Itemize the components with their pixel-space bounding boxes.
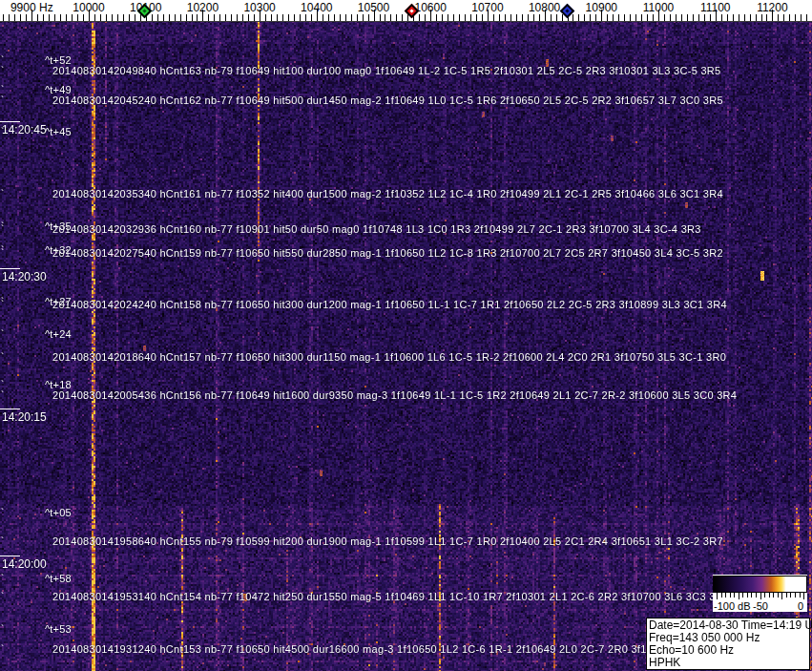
detection-data-line: 20140830142018640 hCnt157 nb-77 f10650 h… bbox=[52, 351, 726, 363]
minor-tick bbox=[169, 14, 170, 21]
left-edge-mark: ` bbox=[1, 127, 4, 137]
status-info-box: Date=2014-08-30 Time=14:19 UTC Freq=143 … bbox=[646, 618, 810, 670]
minor-tick bbox=[129, 14, 130, 21]
db-tick bbox=[730, 593, 731, 598]
minor-tick bbox=[186, 14, 187, 21]
minor-tick bbox=[476, 14, 477, 21]
db-tick bbox=[747, 593, 748, 598]
minor-tick bbox=[493, 14, 494, 21]
minor-tick bbox=[277, 14, 278, 21]
minor-tick bbox=[197, 14, 198, 21]
frequency-label: 11100 bbox=[700, 1, 731, 14]
minor-tick bbox=[396, 14, 397, 21]
time-label: 14:20:45 bbox=[2, 123, 47, 136]
minor-tick bbox=[49, 14, 50, 21]
db-tick bbox=[800, 593, 801, 598]
left-edge-mark: ` bbox=[1, 592, 4, 602]
minor-tick bbox=[653, 14, 654, 21]
db-tick bbox=[739, 593, 739, 599]
minor-tick bbox=[761, 14, 762, 21]
left-edge-mark: ` bbox=[1, 329, 4, 340]
minor-tick bbox=[14, 14, 15, 21]
event-time-marker: ^t+49 bbox=[45, 84, 72, 95]
db-tick bbox=[734, 593, 735, 598]
frequency-label: 9900 Hz bbox=[10, 1, 53, 14]
minor-tick bbox=[676, 14, 677, 21]
minor-tick bbox=[681, 14, 682, 21]
minor-tick bbox=[117, 14, 118, 21]
event-time-marker: ^t+45 bbox=[45, 126, 72, 137]
meteor-spectrogram-screen: 9900 Hz100001010010200103001040010500106… bbox=[0, 0, 812, 671]
frequency-label: 11200 bbox=[757, 1, 787, 14]
minor-tick bbox=[271, 14, 272, 21]
frequency-label: 10400 bbox=[301, 1, 332, 14]
minor-tick bbox=[647, 14, 648, 21]
color-gradient-bar bbox=[713, 576, 807, 593]
minor-tick bbox=[635, 14, 636, 21]
left-edge-mark: ` bbox=[1, 508, 4, 518]
minor-tick bbox=[584, 14, 585, 21]
left-edge-mark: ` bbox=[1, 644, 4, 655]
minor-tick bbox=[112, 14, 113, 21]
minor-tick bbox=[756, 14, 757, 21]
minor-tick bbox=[573, 14, 573, 21]
frequency-label: 10000 bbox=[73, 1, 104, 14]
minor-tick bbox=[231, 14, 232, 21]
frequency-label: 10800 bbox=[529, 1, 560, 14]
minor-tick bbox=[357, 14, 358, 21]
event-time-marker: ^t+27 bbox=[45, 296, 72, 307]
minor-tick bbox=[499, 14, 500, 21]
detection-data-line: 20140830142035340 hCnt161 nb-77 f10352 h… bbox=[52, 188, 723, 199]
left-edge-mark: ` bbox=[1, 574, 4, 584]
minor-tick bbox=[624, 14, 625, 21]
minor-tick bbox=[789, 14, 790, 21]
minor-tick bbox=[345, 14, 346, 21]
minor-tick bbox=[248, 14, 249, 21]
minor-tick bbox=[282, 14, 283, 21]
minor-tick bbox=[323, 14, 323, 21]
left-edge-mark: ` bbox=[1, 300, 4, 310]
event-time-marker: ^t+35 bbox=[45, 220, 72, 232]
minor-tick bbox=[180, 14, 181, 21]
minor-tick bbox=[595, 14, 596, 21]
frequency-label: 10600 bbox=[415, 1, 447, 14]
minor-tick bbox=[208, 14, 209, 21]
minor-tick bbox=[733, 14, 734, 21]
minor-tick bbox=[368, 14, 369, 21]
detection-data-line: 20140830141958640 hCnt155 nb-79 f10599 h… bbox=[52, 535, 723, 547]
db-tick bbox=[742, 593, 743, 598]
detection-data-line: 20140830142032936 hCnt160 nb-77 f10901 h… bbox=[52, 223, 701, 235]
minor-tick bbox=[766, 14, 767, 21]
minor-tick bbox=[739, 14, 739, 21]
db-tick bbox=[769, 593, 770, 598]
minor-tick bbox=[698, 14, 699, 21]
minor-tick bbox=[9, 14, 10, 21]
minor-tick bbox=[3, 14, 4, 21]
left-edge-mark: ` bbox=[1, 248, 4, 259]
db-label-max: 0 bbox=[798, 600, 803, 612]
db-tick bbox=[764, 593, 765, 598]
frequency-label: 11000 bbox=[643, 1, 674, 14]
event-time-marker: ^t+52 bbox=[45, 54, 72, 66]
minor-tick bbox=[288, 14, 289, 21]
minor-tick bbox=[448, 14, 448, 21]
left-edge-mark: ` bbox=[1, 536, 4, 547]
db-tick bbox=[721, 593, 722, 598]
detection-data-line: 20140830142045240 hCnt162 nb-77 f10649 h… bbox=[52, 94, 723, 106]
minor-tick bbox=[72, 14, 73, 21]
marker-red-center-dot bbox=[409, 9, 413, 12]
db-tick bbox=[773, 593, 774, 598]
left-edge-mark: ` bbox=[1, 352, 4, 363]
minor-tick bbox=[721, 14, 722, 21]
minor-tick bbox=[219, 14, 220, 21]
minor-tick bbox=[465, 14, 466, 21]
minor-tick bbox=[630, 14, 631, 21]
minor-tick bbox=[54, 14, 55, 21]
db-label-min: -100 dB bbox=[714, 600, 751, 612]
detection-data-line: 20140830142024240 hCnt158 nb-77 f10650 h… bbox=[52, 299, 727, 310]
detection-data-line: 20140830141931240 hCnt153 nb-77 f10650 h… bbox=[52, 643, 693, 655]
minor-tick bbox=[43, 14, 44, 21]
db-scale-labels: -100 dB -50 0 bbox=[713, 600, 807, 612]
minor-tick bbox=[618, 14, 619, 21]
minor-tick bbox=[687, 14, 688, 21]
